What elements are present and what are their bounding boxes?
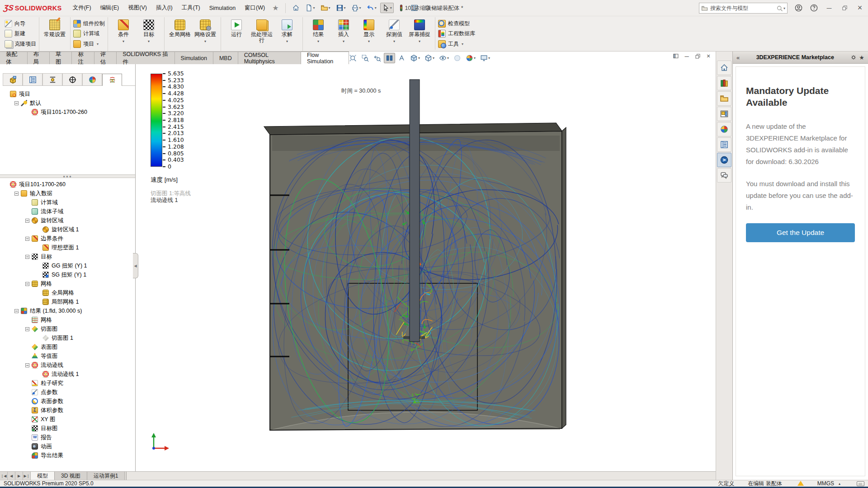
undo-button[interactable]: ▾ — [365, 3, 378, 13]
new-doc-button[interactable]: ▾ — [303, 3, 317, 13]
tree-item[interactable]: 旋转区域 1 — [0, 225, 135, 234]
view-settings-button[interactable]: ▾ — [478, 53, 492, 63]
tree-item[interactable]: 网格 — [0, 315, 135, 324]
dropdown-caret-icon[interactable]: ▾ — [474, 56, 476, 60]
ribbon-button[interactable]: 项目▾ — [73, 39, 99, 49]
tab-Flow Simulation[interactable]: Flow Simulation — [301, 52, 349, 64]
tree-item[interactable]: SG 扭矩 (Y) 1 — [0, 270, 135, 279]
select-cursor-button[interactable]: ▾ — [380, 3, 394, 13]
dropdown-caret-icon[interactable]: ▾ — [97, 42, 99, 46]
units-selector[interactable]: MMGS — [817, 480, 834, 487]
tree-item[interactable]: 项目101-1700-260 — [0, 180, 135, 189]
ribbon-button[interactable]: 结果▾ — [306, 18, 331, 44]
get-update-button[interactable]: Get the Update — [746, 223, 855, 242]
dropdown-caret-icon[interactable]: ▾ — [286, 38, 288, 44]
ribbon-button[interactable]: 检查模型 — [438, 19, 470, 28]
tree-item[interactable]: 结果 (1.fld, 30.000 s) — [0, 306, 135, 315]
task-pane-file-explorer[interactable] — [717, 91, 731, 106]
tree-item[interactable]: 项目101-1700-260 — [0, 108, 135, 117]
search-icon[interactable] — [776, 5, 783, 12]
doc-tab-模型[interactable]: 模型 — [31, 472, 55, 480]
tab-Simulation[interactable]: Simulation — [175, 52, 213, 64]
doc-tab-运动算例1[interactable]: 运动算例1 — [87, 472, 125, 480]
tree-item[interactable]: 旋转区域 — [0, 216, 135, 225]
previous-view-button[interactable] — [372, 53, 383, 63]
tree-expander-icon[interactable] — [25, 255, 29, 259]
tab-装配体[interactable]: 装配体 — [0, 52, 28, 64]
panel-pin-icon[interactable]: ★ — [859, 54, 864, 61]
dropdown-caret-icon[interactable]: ▾ — [419, 38, 420, 44]
tree-splitter[interactable]: ●●● — [0, 174, 135, 178]
panel-tab-display-manager[interactable] — [82, 73, 102, 85]
task-pane-design-library[interactable] — [717, 76, 731, 90]
tree-item[interactable]: 表面图 — [0, 343, 135, 352]
menu-item[interactable]: 工具(T) — [177, 2, 205, 14]
units-caret-icon[interactable]: ▴ — [839, 482, 840, 486]
print-button[interactable]: ▾ — [349, 3, 363, 13]
tree-item[interactable]: 切面图 — [0, 324, 135, 333]
ribbon-button[interactable]: 显示▾ — [356, 18, 382, 44]
doc-tab-nav-prev[interactable]: ◀ — [8, 472, 15, 480]
zoom-area-button[interactable] — [359, 53, 371, 63]
doc-tab-splitter[interactable] — [126, 472, 128, 480]
tree-expander-icon[interactable] — [25, 363, 29, 367]
search-input[interactable]: 搜索文件与模型 — [710, 5, 776, 12]
tree-item[interactable]: 报告 — [0, 433, 135, 442]
panel-gear-icon[interactable] — [850, 54, 857, 61]
dropdown-caret-icon[interactable]: ▾ — [488, 56, 490, 60]
section-view-button[interactable] — [384, 53, 395, 63]
ribbon-button[interactable]: 新建 — [5, 29, 25, 39]
dropdown-caret-icon[interactable]: ▾ — [418, 56, 420, 60]
restore-doc-button[interactable] — [693, 52, 702, 60]
tree-item[interactable]: 局部网格 1 — [0, 297, 135, 306]
dropdown-caret-icon[interactable]: ▾ — [123, 38, 124, 44]
view-orientation-button[interactable]: ▾ — [408, 53, 422, 63]
pin-menu-icon[interactable]: ★ — [272, 4, 278, 12]
minimize-button[interactable]: ─ — [823, 2, 835, 14]
tree-item[interactable]: 项目 — [0, 89, 135, 99]
tree-item[interactable]: 导出结果 — [0, 451, 135, 460]
tree-item[interactable]: 默认 — [0, 99, 135, 108]
tree-item[interactable]: 切面图 1 — [0, 333, 135, 343]
tree-item[interactable]: 点参数 — [0, 388, 135, 397]
dock-doc-button[interactable] — [671, 52, 680, 60]
display-style-button[interactable]: ▾ — [423, 53, 436, 63]
collapse-panel-icon[interactable]: « — [736, 54, 740, 61]
save-button[interactable]: ▾ — [334, 3, 348, 13]
dropdown-caret-icon[interactable]: ▾ — [393, 38, 395, 44]
ribbon-button[interactable]: 全局网格 — [167, 18, 193, 44]
tree-expander-icon[interactable] — [25, 219, 29, 223]
dropdown-caret-icon[interactable]: ▾ — [390, 6, 392, 10]
menu-item[interactable]: 视图(V) — [123, 2, 151, 14]
help-icon[interactable] — [807, 2, 820, 14]
ribbon-button[interactable]: 批处理运行 — [249, 18, 274, 50]
doc-tab-nav-last[interactable]: ▶❘ — [23, 472, 31, 480]
dropdown-caret-icon[interactable]: ▾ — [447, 56, 449, 60]
minimize-doc-button[interactable]: ─ — [682, 52, 691, 60]
panel-tab-configuration-manager[interactable] — [62, 73, 82, 85]
tree-item[interactable]: 理想壁面 1 — [0, 243, 135, 252]
dropdown-caret-icon[interactable]: ▾ — [343, 38, 344, 44]
tree-item[interactable]: 粒子研究 — [0, 379, 135, 388]
tree-item[interactable]: 流动迹线 1 — [0, 370, 135, 379]
close-doc-button[interactable]: × — [704, 52, 713, 60]
dropdown-caret-icon[interactable]: ▾ — [462, 42, 463, 46]
doc-tab-3D 视图[interactable]: 3D 视图 — [55, 472, 87, 480]
apply-scene-button[interactable]: ▾ — [464, 53, 477, 63]
task-pane-user-forum[interactable] — [717, 168, 731, 183]
tree-item[interactable]: 计算域 — [0, 198, 135, 207]
ribbon-button[interactable]: 克隆项目 — [5, 39, 36, 49]
task-pane-view-palette[interactable] — [717, 107, 731, 121]
edit-appearance-button[interactable] — [452, 53, 463, 63]
ribbon-button[interactable]: 条件▾ — [111, 18, 136, 44]
tree-item[interactable]: 体积参数 — [0, 406, 135, 415]
graphics-viewport[interactable]: ▾▾▾▾▾ ─× 时间 = 30.000 s 5.6355.2334.8304.… — [136, 52, 716, 471]
panel-collapse-handle[interactable]: ◀ — [133, 253, 138, 278]
tree-item[interactable]: 流体子域 — [0, 207, 135, 216]
ribbon-button[interactable]: 求解▾ — [274, 18, 300, 44]
dropdown-caret-icon[interactable]: ▾ — [359, 6, 361, 10]
tab-评估[interactable]: 评估 — [94, 52, 117, 64]
dropdown-caret-icon[interactable]: ▾ — [313, 6, 315, 10]
ribbon-button[interactable]: 计算域 — [73, 29, 99, 39]
panel-tab-feature-manager[interactable] — [23, 73, 42, 85]
